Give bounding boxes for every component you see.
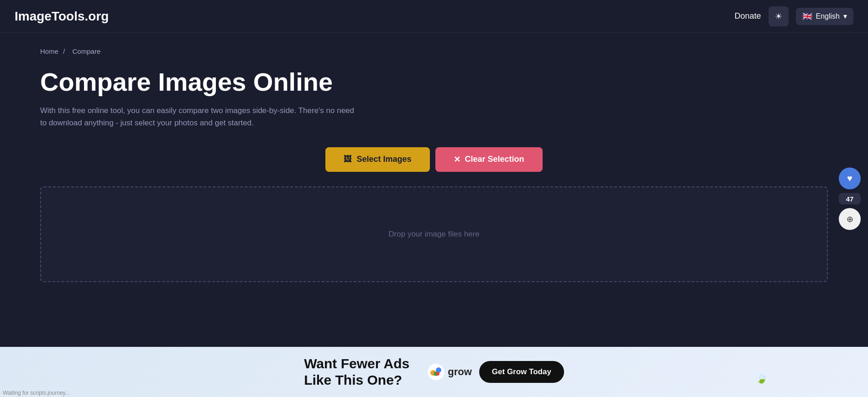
main-content: Home / Compare Compare Images Online Wit… (0, 33, 868, 282)
grow-icon (428, 364, 444, 380)
clear-selection-label: Clear Selection (465, 155, 524, 164)
share-button[interactable]: ⊕ (839, 208, 861, 230)
header-right: Donate ☀ 🇬🇧 English ▾ (734, 6, 853, 26)
image-icon: 🖼 (344, 155, 352, 164)
count-badge: 47 (839, 193, 861, 204)
language-selector[interactable]: 🇬🇧 English ▾ (796, 8, 853, 25)
ad-grow-block: grow Get Grow Today (428, 361, 564, 383)
heart-button[interactable]: ♥ (839, 167, 861, 189)
drop-zone-placeholder: Drop your image files here (388, 230, 479, 239)
ad-banner: Want Fewer Ads Like This One? grow Get G… (0, 347, 868, 397)
breadcrumb: Home / Compare (40, 47, 828, 55)
heart-icon: ♥ (847, 173, 852, 184)
ad-text-block: Want Fewer Ads Like This One? (304, 356, 409, 388)
select-images-button[interactable]: 🖼 Select Images (325, 147, 429, 172)
side-buttons: ♥ 47 ⊕ (839, 167, 861, 230)
grow-logo: grow (428, 364, 472, 380)
sun-icon: ☀ (775, 11, 782, 21)
header: ImageTools.org Donate ☀ 🇬🇧 English ▾ (0, 0, 868, 33)
flag-icon: 🇬🇧 (802, 11, 812, 21)
theme-toggle-button[interactable]: ☀ (769, 6, 789, 26)
share-icon: ⊕ (847, 214, 853, 224)
x-icon: ✕ (454, 155, 460, 165)
breadcrumb-home[interactable]: Home (40, 47, 58, 55)
svg-point-4 (436, 372, 439, 376)
ad-headline-line2: Like This One? (304, 372, 402, 388)
status-text: Waiting for scripts.journey... (3, 390, 70, 396)
language-label: English (816, 12, 840, 21)
status-bar: Waiting for scripts.journey... (0, 389, 73, 397)
clear-selection-button[interactable]: ✕ Clear Selection (435, 147, 543, 172)
drop-zone[interactable]: Drop your image files here (40, 186, 828, 282)
logo[interactable]: ImageTools.org (15, 9, 109, 24)
breadcrumb-separator: / (63, 47, 65, 55)
page-description: With this free online tool, you can easi… (40, 104, 360, 129)
select-images-label: Select Images (356, 155, 411, 164)
action-buttons: 🖼 Select Images ✕ Clear Selection (40, 147, 828, 172)
leaf-icon: 🍃 (755, 372, 768, 384)
grow-label: grow (448, 366, 472, 378)
ad-headline-line1: Want Fewer Ads (304, 356, 409, 372)
chevron-down-icon: ▾ (843, 12, 847, 21)
get-grow-today-button[interactable]: Get Grow Today (479, 361, 564, 383)
donate-link[interactable]: Donate (734, 11, 761, 21)
breadcrumb-current: Compare (73, 47, 101, 55)
page-title: Compare Images Online (40, 68, 828, 96)
